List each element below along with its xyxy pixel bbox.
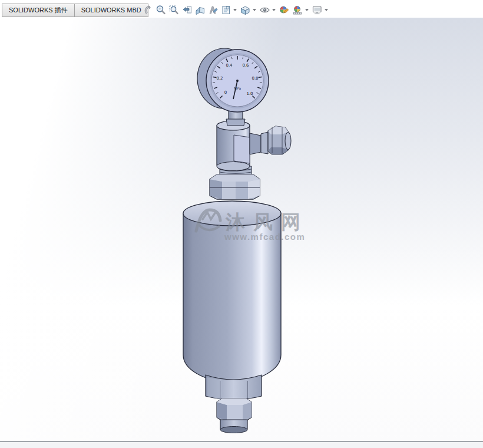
zoom-to-fit-button[interactable] bbox=[154, 4, 167, 17]
view-settings-dropdown-caret[interactable] bbox=[325, 9, 328, 11]
zoom-to-fit-icon bbox=[156, 5, 166, 15]
gauge-tick-06: 0.6 bbox=[242, 63, 249, 68]
gauge-tick-02: 0.2 bbox=[216, 76, 223, 81]
pressure-gauge[interactable]: 0 0.2 0.4 0.6 0.8 1.0 MPa bbox=[197, 48, 269, 112]
heads-up-view-toolbar bbox=[141, 4, 330, 17]
annotations-button[interactable] bbox=[220, 4, 233, 17]
top-hex-nut[interactable] bbox=[210, 174, 260, 199]
zoom-to-area-icon bbox=[168, 5, 180, 15]
watermark-site-name: 沐风网 bbox=[225, 211, 309, 233]
apply-scene-dropdown-caret[interactable] bbox=[305, 9, 309, 11]
gauge-tick-0: 0 bbox=[224, 90, 227, 95]
tab-solidworks-addins[interactable]: SOLIDWORKS 插件 bbox=[2, 4, 75, 17]
gauge-tick-04: 0.4 bbox=[226, 63, 233, 68]
apply-scene-icon bbox=[292, 5, 303, 15]
valve-label-plate bbox=[234, 135, 250, 163]
bottom-end-cap[interactable] bbox=[220, 420, 247, 433]
valve-body[interactable] bbox=[217, 121, 250, 171]
view-settings-button[interactable] bbox=[310, 4, 324, 17]
view-orientation-button[interactable] bbox=[239, 4, 252, 17]
dynamic-annotation-views-button[interactable] bbox=[207, 4, 220, 17]
section-view-button[interactable] bbox=[194, 4, 207, 17]
eye-icon bbox=[259, 5, 270, 15]
edit-appearance-icon bbox=[279, 5, 290, 15]
watermark-site-url: www.mfcad.com bbox=[224, 232, 305, 242]
edit-appearance-button[interactable] bbox=[277, 4, 291, 17]
side-fitting[interactable] bbox=[250, 126, 291, 154]
rotate-view-button[interactable] bbox=[141, 4, 154, 17]
hide-show-items-button[interactable] bbox=[258, 4, 272, 17]
view-orientation-dropdown-caret[interactable] bbox=[253, 9, 256, 11]
status-bar bbox=[0, 441, 483, 448]
annotations-dropdown-caret[interactable] bbox=[233, 9, 237, 11]
section-view-icon bbox=[195, 5, 206, 15]
view-settings-monitor-icon bbox=[312, 5, 323, 15]
model-canvas: 0 0.2 0.4 0.6 0.8 1.0 MPa bbox=[0, 0, 483, 448]
hide-show-items-dropdown-caret[interactable] bbox=[272, 9, 276, 11]
view-orientation-cube-icon bbox=[240, 5, 251, 16]
annotations-icon bbox=[221, 5, 231, 15]
previous-view-button[interactable] bbox=[181, 4, 194, 17]
gauge-unit-label: MPa bbox=[234, 86, 242, 90]
apply-scene-button[interactable] bbox=[291, 4, 305, 17]
solidworks-window: SOLIDWORKS 插件 SOLIDWORKS MBD bbox=[0, 0, 483, 448]
rotate-view-icon bbox=[143, 5, 153, 15]
previous-view-icon bbox=[182, 5, 193, 15]
zoom-to-area-button[interactable] bbox=[167, 4, 181, 17]
gauge-tick-08: 0.8 bbox=[252, 76, 258, 81]
commandmanager-tabs: SOLIDWORKS 插件 SOLIDWORKS MBD bbox=[2, 4, 148, 17]
tab-solidworks-mbd[interactable]: SOLIDWORKS MBD bbox=[75, 4, 148, 17]
dynamic-annotation-views-icon bbox=[208, 5, 219, 15]
command-tab-bar: SOLIDWORKS 插件 SOLIDWORKS MBD bbox=[0, 0, 483, 18]
gauge-tick-10: 1.0 bbox=[246, 91, 253, 96]
bottom-hex-nut[interactable] bbox=[217, 398, 252, 421]
